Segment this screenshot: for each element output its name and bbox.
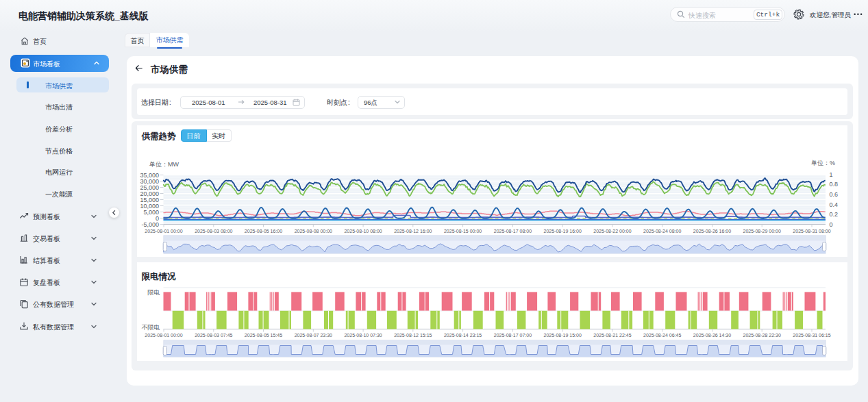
svg-text:2025-08-12 16:00: 2025-08-12 16:00 <box>394 229 432 234</box>
svg-text:2025-08-01 00:00: 2025-08-01 00:00 <box>145 229 182 234</box>
svg-text:1: 1 <box>830 171 833 178</box>
svg-text:2025-08-05 15:45: 2025-08-05 15:45 <box>245 333 282 338</box>
svg-text:2025-08-03 07:45: 2025-08-03 07:45 <box>195 333 232 338</box>
svg-text:2025-08-31 06:15: 2025-08-31 06:15 <box>793 333 830 338</box>
svg-text:0.6: 0.6 <box>830 191 839 198</box>
svg-text:2025-08-08 00:00: 2025-08-08 00:00 <box>295 229 332 234</box>
svg-text:2025-08-28 22:30: 2025-08-28 22:30 <box>743 333 781 338</box>
svg-text:2025-08-26 14:30: 2025-08-26 14:30 <box>693 333 731 338</box>
svg-text:2025-08-19 16:00: 2025-08-19 16:00 <box>544 229 582 234</box>
svg-text:2025-08-07 23:30: 2025-08-07 23:30 <box>295 333 332 338</box>
svg-text:2025-08-01 00:00: 2025-08-01 00:00 <box>145 333 182 338</box>
svg-text:0.8: 0.8 <box>830 181 839 188</box>
svg-text:0: 0 <box>830 221 833 228</box>
svg-text:2025-08-17 08:00: 2025-08-17 08:00 <box>494 229 532 234</box>
svg-text:不限电: 不限电 <box>142 324 160 331</box>
svg-text:0.4: 0.4 <box>830 201 839 208</box>
svg-text:2025-08-10 08:00: 2025-08-10 08:00 <box>344 229 382 234</box>
svg-text:2025-08-29 00:00: 2025-08-29 00:00 <box>743 229 781 234</box>
svg-text:2025-08-24 06:45: 2025-08-24 06:45 <box>643 333 681 338</box>
svg-text:2025-08-17 07:00: 2025-08-17 07:00 <box>494 333 532 338</box>
svg-text:2025-08-24 08:00: 2025-08-24 08:00 <box>643 229 681 234</box>
svg-text:-5,000: -5,000 <box>141 221 159 228</box>
svg-text:单位：MW: 单位：MW <box>149 161 179 168</box>
svg-text:2025-08-22 00:00: 2025-08-22 00:00 <box>593 229 631 234</box>
svg-text:单位：%: 单位：% <box>811 160 835 166</box>
svg-text:2025-08-19 15:00: 2025-08-19 15:00 <box>544 333 582 338</box>
svg-text:2025-08-10 07:30: 2025-08-10 07:30 <box>344 333 382 338</box>
svg-text:限电: 限电 <box>148 289 160 296</box>
svg-text:2025-08-26 16:00: 2025-08-26 16:00 <box>693 229 731 234</box>
svg-text:0.2: 0.2 <box>830 211 839 218</box>
svg-text:2025-08-12 15:15: 2025-08-12 15:15 <box>394 333 432 338</box>
svg-text:2025-08-15 00:00: 2025-08-15 00:00 <box>444 229 482 234</box>
svg-text:2025-08-14 23:15: 2025-08-14 23:15 <box>444 333 482 338</box>
svg-text:2025-08-03 08:00: 2025-08-03 08:00 <box>195 229 232 234</box>
svg-text:2025-08-21 22:45: 2025-08-21 22:45 <box>593 333 631 338</box>
svg-text:2025-08-05 16:00: 2025-08-05 16:00 <box>245 229 282 234</box>
svg-text:2025-08-31 08:00: 2025-08-31 08:00 <box>793 229 830 234</box>
